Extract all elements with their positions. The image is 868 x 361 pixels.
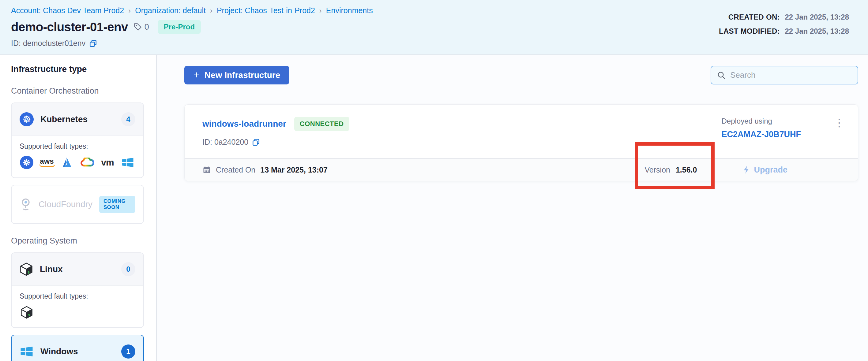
breadcrumb-environments[interactable]: Environments [326,6,373,15]
card-name: Linux [40,264,63,274]
deployed-using-link[interactable]: EC2AMAZ-J0B7UHF [721,130,801,139]
linux-count-badge: 0 [121,262,135,276]
new-infrastructure-button[interactable]: + New Infrastructure [184,66,289,85]
linux-icon: $ [20,305,34,319]
section-operating-system: Operating System [11,236,144,246]
plus-icon: + [193,69,199,80]
calendar-icon [203,165,211,174]
sidebar-item-cloudfoundry: CloudFoundry COMING SOON [11,185,144,224]
sidebar-item-kubernetes[interactable]: ☸ Kubernetes 4 Supported fault types: ☸ … [11,102,144,178]
breadcrumb-project[interactable]: Project: Chaos-Test-in-Prod2 [217,6,315,15]
tags-count: 0 [133,22,149,32]
infrastructure-type-sidebar: Infrastructure type Container Orchestrat… [0,55,157,361]
cloudfoundry-icon [20,198,32,211]
status-badge: CONNECTED [294,117,349,131]
tag-icon [133,23,142,31]
breadcrumb-separator: › [210,6,213,15]
kubernetes-icon: ☸ [20,112,34,126]
section-container-orchestration: Container Orchestration [11,86,144,96]
version-value: 1.56.0 [676,165,697,174]
created-on-value: 22 Jan 2025, 13:28 [785,13,849,21]
card-name: Windows [40,347,78,356]
svg-text:$: $ [28,314,30,317]
fault-types-label: Supported fault types: [20,142,135,151]
environment-id: ID: democluster01env [11,39,86,48]
header-dates: CREATED ON: 22 Jan 2025, 13:28 LAST MODI… [719,13,849,41]
kubernetes-icon: ☸ [20,156,33,169]
breadcrumb-separator: › [128,6,131,15]
linux-icon: $ [20,262,33,276]
created-on-label: CREATED ON: [728,13,780,21]
search-icon [717,71,726,80]
aws-icon: aws [40,158,54,167]
card-menu-kebab-icon[interactable]: ⋮ [834,118,844,128]
sidebar-item-windows[interactable]: Windows 1 Supported fault types: [11,335,144,361]
card-name: Kubernetes [40,114,88,124]
copy-icon[interactable] [252,138,260,146]
version-label: Version [645,165,670,174]
svg-text:$: $ [28,271,30,274]
created-on-label: Created On [216,165,255,174]
last-modified-label: LAST MODIFIED: [719,27,780,35]
windows-count-badge: 1 [121,344,135,359]
sidebar-item-linux[interactable]: $ Linux 0 Supported fault types: $ [11,252,144,328]
last-modified-value: 22 Jan 2025, 13:28 [785,27,849,35]
infrastructure-name-link[interactable]: windows-loadrunner [203,119,286,129]
deployed-using-label: Deployed using [721,117,801,125]
lightning-icon [743,165,750,174]
upgrade-button[interactable]: Upgrade [743,165,787,175]
copy-icon[interactable] [89,39,97,47]
breadcrumb-account[interactable]: Account: Chaos Dev Team Prod2 [11,6,124,15]
fault-types-label: Supported fault types: [20,292,135,300]
breadcrumb-separator: › [319,6,322,15]
sidebar-title: Infrastructure type [11,64,144,74]
azure-icon [60,156,74,169]
coming-soon-badge: COMING SOON [99,196,135,213]
page-header: Account: Chaos Dev Team Prod2 › Organiza… [0,0,868,55]
windows-icon [121,156,135,169]
page-title: demo-cluster-01-env [11,20,128,34]
environment-main-panel: + New Infrastructure windows-loadrunner … [157,55,868,361]
tag-count-value: 0 [145,22,149,32]
windows-icon [20,345,34,358]
search-input[interactable] [730,70,852,80]
card-name: CloudFoundry [38,199,92,209]
infrastructure-card: windows-loadrunner CONNECTED ID: 0a24020… [184,104,858,181]
vmware-icon: vm [101,157,114,168]
infrastructure-id: ID: 0a240200 [203,138,248,146]
env-type-badge: Pre-Prod [158,20,201,34]
search-box[interactable] [711,66,858,85]
created-on-value: 13 Mar 2025, 13:07 [260,165,328,174]
gcp-icon [80,156,94,169]
kubernetes-count-badge: 4 [121,112,135,126]
breadcrumb-organization[interactable]: Organization: default [135,6,206,15]
